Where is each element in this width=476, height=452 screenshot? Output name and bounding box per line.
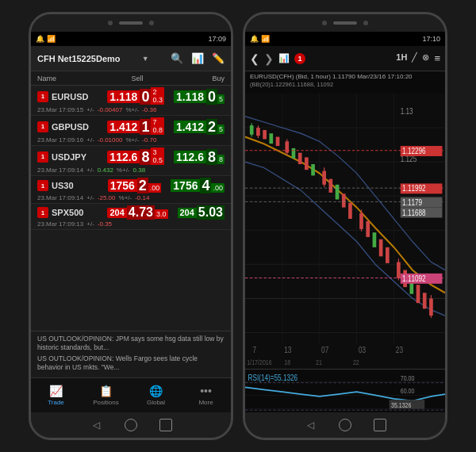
- svg-text:07: 07: [321, 347, 328, 355]
- tab-more[interactable]: ••• More: [181, 385, 231, 406]
- svg-rect-28: [342, 193, 346, 207]
- chart-header: ❮ ❯ 📊 1 1H ╱ ⊗ ≡: [245, 46, 445, 71]
- svg-rect-22: [305, 157, 309, 170]
- svg-rect-40: [416, 285, 420, 303]
- status-left: 🔔 📶: [36, 35, 56, 43]
- trade-date: 23.Mar 17:09:16: [37, 136, 83, 144]
- col-buy: Buy: [169, 75, 225, 82]
- instrument-name: US30: [52, 181, 105, 190]
- indicators-icon[interactable]: ⊗: [422, 52, 429, 64]
- svg-rect-33: [373, 232, 377, 247]
- instrument-name: SPX500: [52, 208, 104, 217]
- trade-date: 23.Mar 17:09:14: [37, 194, 83, 201]
- forward-chart-icon[interactable]: ❯: [264, 52, 274, 65]
- svg-rect-35: [386, 247, 390, 263]
- chart-area[interactable]: 7 13 07 03 23 1/17/2016 18 21 22 1.13 1.…: [245, 94, 445, 412]
- change-value: -0.35: [98, 220, 112, 228]
- menu-icon[interactable]: ≡: [434, 52, 440, 64]
- list-item[interactable]: 1 USDJPY 112.6830.5 112.688 23.Mar 17:09…: [31, 146, 231, 176]
- instrument-list: 1 EURUSD 1.118020.3 1.11805 23.Mar 17:09…: [31, 86, 231, 331]
- svg-rect-15: [263, 130, 267, 139]
- list-item[interactable]: 1 GBPUSD 1.412170.8 1.41225 23.Mar 17:09…: [31, 116, 231, 146]
- left-phone-bottom: ◁: [31, 412, 231, 438]
- back-chart-icon[interactable]: ❮: [250, 52, 259, 65]
- instrument-name: GBPUSD: [52, 122, 104, 132]
- camera4: [363, 21, 368, 25]
- search-icon[interactable]: 🔍: [171, 52, 183, 64]
- svg-text:1.12296: 1.12296: [402, 147, 426, 155]
- instrument-name: USDJPY: [52, 152, 104, 162]
- chart-type-icon[interactable]: 📊: [278, 53, 290, 63]
- buy-price: 1.41225: [174, 119, 225, 135]
- news-item[interactable]: US OUTLOOK/OPINION: JPM says some hsg da…: [37, 335, 225, 352]
- header-icons: 🔍 📊 ✏️: [171, 52, 225, 64]
- trade-date: 23.Mar 17:09:13: [37, 220, 83, 228]
- speaker: [119, 21, 143, 25]
- right-back-button[interactable]: ◁: [304, 419, 317, 431]
- svg-text:1.13: 1.13: [401, 107, 413, 116]
- svg-text:13: 13: [284, 347, 291, 355]
- right-screen: 🔔 📶 17:10 ❮ ❯ 📊 1 1H ╱ ⊗ ≡ EURUSD(CFH) (…: [245, 32, 445, 412]
- trade-badge: 1: [37, 121, 48, 132]
- tab-trade[interactable]: 📈 Trade: [31, 385, 81, 406]
- chart-info: EURUSD(CFH) (Bid, 1 hour) 1.11790 Mar/23…: [245, 71, 445, 94]
- list-item[interactable]: 1 EURUSD 1.118020.3 1.11805 23.Mar 17:09…: [31, 86, 231, 116]
- camera2: [149, 21, 154, 25]
- svg-rect-29: [348, 203, 352, 219]
- svg-text:23: 23: [396, 347, 403, 355]
- chart-badge: 1: [294, 53, 305, 64]
- positions-icon: 📋: [99, 385, 113, 397]
- tab-global-label: Global: [147, 399, 165, 406]
- svg-rect-20: [292, 148, 296, 159]
- back-button[interactable]: ◁: [90, 419, 102, 431]
- svg-rect-41: [423, 293, 427, 308]
- tab-trade-label: Trade: [48, 399, 64, 406]
- column-headers: Name Sell Buy: [31, 71, 231, 86]
- change-pct: -0.14: [135, 194, 149, 201]
- tab-bar: 📈 Trade 📋 Positions 🌐 Global ••• More: [31, 377, 231, 412]
- col-sell: Sell: [106, 75, 169, 82]
- right-status-left: 🔔 📶: [250, 35, 270, 43]
- crosshair-icon[interactable]: ╱: [412, 52, 417, 64]
- change-value: -0.00407: [98, 106, 123, 113]
- tab-global[interactable]: 🌐 Global: [131, 385, 181, 406]
- right-phone: 🔔 📶 17:10 ❮ ❯ 📊 1 1H ╱ ⊗ ≡ EURUSD(CFH) (…: [243, 12, 447, 440]
- trade-date: 23.Mar 17:09:14: [37, 167, 83, 174]
- news-item[interactable]: US OUTLOOK/OPINION: Wells Fargo sees lat…: [37, 354, 225, 372]
- chart-tools: 1H ╱ ⊗ ≡: [396, 52, 440, 64]
- list-item[interactable]: 1 SPX500 2044.733.0 2045.03 23.Mar 17:09…: [31, 204, 231, 230]
- tab-positions[interactable]: 📋 Positions: [81, 385, 131, 406]
- home-button[interactable]: [125, 419, 137, 431]
- chart-icon[interactable]: 📊: [191, 52, 204, 64]
- trade-badge: 1: [37, 151, 48, 163]
- recents-button[interactable]: [159, 419, 172, 431]
- right-status-time: 17:10: [422, 35, 440, 43]
- buy-price: 2045.03: [178, 205, 225, 220]
- edit-icon[interactable]: ✏️: [212, 52, 225, 64]
- right-home-button[interactable]: [339, 419, 351, 431]
- svg-rect-16: [269, 133, 273, 144]
- svg-rect-26: [328, 179, 332, 193]
- svg-text:1.11992: 1.11992: [402, 185, 426, 193]
- buy-price: 112.688: [174, 149, 225, 165]
- list-item[interactable]: 1 US30 17562.00 17564.00 23.Mar 17:09:14…: [31, 176, 231, 204]
- svg-text:RSI(14)=55.1326: RSI(14)=55.1326: [248, 373, 298, 382]
- svg-text:1.1179: 1.1179: [402, 198, 422, 207]
- svg-text:60.00: 60.00: [401, 387, 415, 395]
- col-name: Name: [37, 75, 106, 82]
- svg-rect-17: [276, 137, 280, 146]
- global-icon: 🌐: [149, 385, 163, 397]
- trade-badge: 1: [37, 91, 48, 102]
- svg-text:03: 03: [359, 347, 366, 355]
- left-screen: 🔔 📶 17:09 CFH Net15225Demo ▼ 🔍 📊 ✏️ Name…: [31, 32, 231, 412]
- svg-rect-32: [366, 221, 370, 237]
- change-pct: -0.70: [142, 136, 156, 144]
- app-header: CFH Net15225Demo ▼ 🔍 📊 ✏️: [31, 46, 231, 71]
- tab-positions-label: Positions: [93, 399, 118, 406]
- trade-date: 23.Mar 17:09:15: [37, 106, 83, 113]
- svg-rect-34: [379, 239, 383, 257]
- right-recents-button[interactable]: [374, 419, 386, 431]
- timeframe-label[interactable]: 1H: [396, 52, 407, 64]
- trade-badge: 1: [37, 180, 48, 191]
- svg-text:21: 21: [316, 358, 322, 366]
